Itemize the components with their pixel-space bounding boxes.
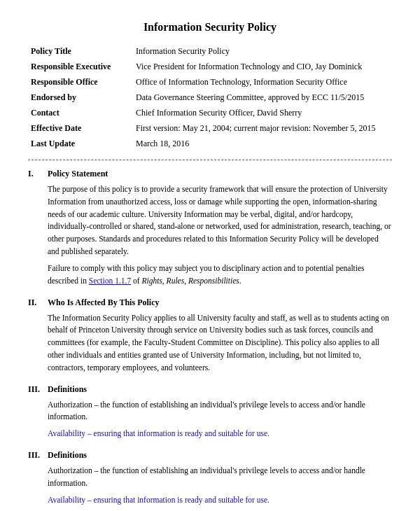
meta-label: Last Update	[28, 136, 133, 151]
section-number: I.	[28, 169, 48, 179]
section-body: The purpose of this policy is to provide…	[28, 183, 392, 288]
meta-label: Responsible Office	[28, 74, 133, 90]
section-paragraph: Authorization – the function of establis…	[48, 399, 392, 424]
meta-label: Effective Date	[28, 120, 133, 136]
section-body: The Information Security Policy applies …	[28, 312, 392, 374]
section-body: Authorization – the function of establis…	[28, 465, 392, 506]
meta-label: Policy Title	[28, 43, 133, 59]
section: III.DefinitionsAuthorization – the funct…	[28, 384, 392, 440]
meta-row: Last UpdateMarch 18, 2016	[28, 136, 392, 151]
section-link[interactable]: Section 1.1.7	[89, 276, 131, 285]
section-title: Policy Statement	[48, 169, 108, 179]
section-title: Definitions	[48, 450, 87, 461]
meta-row: Effective DateFirst version: May 21, 200…	[28, 120, 392, 136]
meta-value: Information Security Policy	[133, 43, 392, 59]
meta-value: First version: May 21, 2004; current maj…	[133, 120, 392, 136]
divider	[28, 160, 392, 160]
section-paragraph: Availability – ensuring that information…	[48, 428, 392, 440]
meta-value: Data Governance Steering Committee, appr…	[133, 90, 392, 105]
section-header: III.Definitions	[28, 450, 392, 461]
meta-label: Contact	[28, 105, 133, 120]
section-body: Authorization – the function of establis…	[28, 399, 392, 440]
meta-value: Office of Information Technology, Inform…	[133, 74, 392, 90]
section-title: Definitions	[48, 384, 87, 395]
section-header: III.Definitions	[28, 384, 392, 395]
section-paragraph: The purpose of this policy is to provide…	[48, 183, 392, 258]
meta-value: March 18, 2016	[133, 136, 392, 151]
section-paragraph: The Information Security Policy applies …	[48, 312, 392, 374]
meta-row: Policy TitleInformation Security Policy	[28, 43, 392, 59]
meta-label: Endorsed by	[28, 90, 133, 105]
section: II.Who Is Affected By This PolicyThe Inf…	[28, 298, 392, 374]
section-paragraph: Authorization – the function of establis…	[48, 465, 392, 490]
meta-row: Endorsed byData Governance Steering Comm…	[28, 90, 392, 105]
section-number: II.	[28, 298, 48, 308]
meta-value: Chief Information Security Officer, Davi…	[133, 105, 392, 120]
page-title: Information Security Policy	[28, 21, 392, 34]
meta-table: Policy TitleInformation Security PolicyR…	[28, 43, 392, 151]
section-title: Who Is Affected By This Policy	[48, 298, 159, 308]
meta-value: Vice President for Information Technolog…	[133, 59, 392, 74]
italic-title: Rights, Rules, Responsibilities	[141, 276, 239, 285]
meta-row: ContactChief Information Security Office…	[28, 105, 392, 120]
section-number: III.	[28, 450, 48, 461]
section-header: I.Policy Statement	[28, 169, 392, 179]
section-paragraph: Failure to comply with this policy may s…	[48, 262, 392, 288]
section: III.DefinitionsAuthorization – the funct…	[28, 450, 392, 506]
section: I.Policy StatementThe purpose of this po…	[28, 169, 392, 288]
section-number: III.	[28, 384, 48, 395]
section-header: II.Who Is Affected By This Policy	[28, 298, 392, 308]
section-paragraph: Availability – ensuring that information…	[48, 494, 392, 507]
meta-label: Responsible Executive	[28, 59, 133, 74]
meta-row: Responsible ExecutiveVice President for …	[28, 59, 392, 74]
meta-row: Responsible OfficeOffice of Information …	[28, 74, 392, 90]
